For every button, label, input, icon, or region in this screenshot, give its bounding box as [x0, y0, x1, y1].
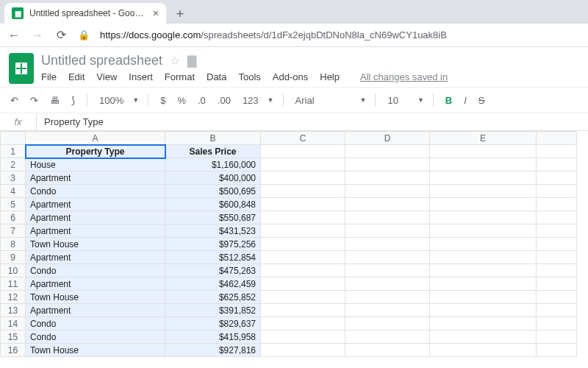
redo-button[interactable]: ↷ [27, 93, 41, 107]
italic-button[interactable]: I [461, 93, 470, 107]
cell-C14[interactable] [261, 317, 345, 330]
cell-C12[interactable] [261, 291, 345, 304]
print-button[interactable]: 🖶 [47, 93, 62, 107]
cell-C15[interactable] [261, 330, 345, 344]
cell-C2[interactable] [261, 158, 345, 171]
cell-C3[interactable] [261, 171, 345, 185]
cell-B8[interactable]: $975,256 [165, 238, 261, 251]
cell-E13[interactable] [430, 304, 537, 317]
row-header-16[interactable]: 16 [1, 344, 26, 357]
cell-A10[interactable]: Condo [26, 264, 165, 277]
menu-view[interactable]: View [96, 71, 117, 82]
cell-D13[interactable] [345, 304, 430, 317]
zoom-select[interactable]: 100% [96, 93, 126, 107]
back-button[interactable]: ← [7, 29, 21, 42]
star-icon[interactable]: ☆ [170, 54, 180, 68]
cell-E9[interactable] [430, 251, 537, 264]
cell-A1[interactable]: Property Type [26, 145, 165, 158]
cell-A4[interactable]: Condo [26, 185, 165, 198]
cell-A12[interactable]: Town House [26, 291, 165, 304]
col-header-E[interactable]: E [430, 132, 537, 145]
menu-help[interactable]: Help [320, 71, 340, 82]
cell-extra15[interactable] [537, 330, 577, 344]
cell-C5[interactable] [261, 198, 345, 211]
cell-extra5[interactable] [537, 198, 577, 211]
cell-D3[interactable] [345, 171, 430, 185]
cell-B3[interactable]: $400,000 [165, 171, 261, 185]
cell-extra6[interactable] [537, 211, 577, 224]
cell-B2[interactable]: $1,160,000 [165, 158, 261, 171]
cell-C13[interactable] [261, 304, 345, 317]
cell-A8[interactable]: Town House [26, 238, 165, 251]
col-header-B[interactable]: B [165, 132, 261, 145]
move-folder-icon[interactable]: ▇ [187, 54, 196, 68]
cell-D9[interactable] [345, 251, 430, 264]
cell-extra12[interactable] [537, 291, 577, 304]
row-header-5[interactable]: 5 [1, 198, 26, 211]
new-tab-button[interactable]: + [171, 4, 190, 24]
forward-button[interactable]: → [31, 29, 44, 42]
menu-tools[interactable]: Tools [238, 71, 260, 82]
cell-B16[interactable]: $927,816 [165, 344, 261, 357]
row-header-7[interactable]: 7 [1, 224, 26, 238]
col-header-C[interactable]: C [261, 132, 345, 145]
cell-D2[interactable] [345, 158, 430, 171]
row-header-15[interactable]: 15 [1, 330, 26, 344]
cell-D6[interactable] [345, 211, 430, 224]
cell-A5[interactable]: Apartment [26, 198, 165, 211]
cell-E4[interactable] [430, 185, 537, 198]
row-header-2[interactable]: 2 [1, 158, 26, 171]
strike-button[interactable]: S [476, 93, 488, 107]
cell-B5[interactable]: $600,848 [165, 198, 261, 211]
menu-insert[interactable]: Insert [129, 71, 153, 82]
cell-D16[interactable] [345, 344, 430, 357]
row-header-4[interactable]: 4 [1, 185, 26, 198]
cell-B9[interactable]: $512,854 [165, 251, 261, 264]
cell-E10[interactable] [430, 264, 537, 277]
row-header-12[interactable]: 12 [1, 291, 26, 304]
cell-extra13[interactable] [537, 304, 577, 317]
cell-A15[interactable]: Condo [26, 330, 165, 344]
row-header-3[interactable]: 3 [1, 171, 26, 185]
cell-extra8[interactable] [537, 238, 577, 251]
row-header-10[interactable]: 10 [1, 264, 26, 277]
cell-E1[interactable] [430, 145, 537, 158]
formula-input[interactable]: Property Type [37, 116, 104, 127]
cell-B15[interactable]: $415,958 [165, 330, 261, 344]
row-header-1[interactable]: 1 [1, 145, 26, 158]
cell-A11[interactable]: Apartment [26, 277, 165, 291]
cell-B14[interactable]: $829,637 [165, 317, 261, 330]
row-header-11[interactable]: 11 [1, 277, 26, 291]
cell-C7[interactable] [261, 224, 345, 238]
cell-D10[interactable] [345, 264, 430, 277]
cell-E14[interactable] [430, 317, 537, 330]
cell-C6[interactable] [261, 211, 345, 224]
cell-B4[interactable]: $500,695 [165, 185, 261, 198]
cell-B1[interactable]: Sales Price [165, 145, 261, 158]
cell-extra9[interactable] [537, 251, 577, 264]
cell-A2[interactable]: House [26, 158, 165, 171]
paint-format-button[interactable]: ⟆ [68, 93, 78, 107]
undo-button[interactable]: ↶ [7, 93, 21, 107]
cell-extra2[interactable] [537, 158, 577, 171]
cell-D8[interactable] [345, 238, 430, 251]
cell-extra16[interactable] [537, 344, 577, 357]
select-all-cell[interactable] [1, 132, 26, 145]
decrease-decimal-button[interactable]: .0 [195, 93, 209, 107]
increase-decimal-button[interactable]: .00 [215, 93, 234, 107]
cell-A16[interactable]: Town House [26, 344, 165, 357]
doc-title[interactable]: Untitled spreadsheet [41, 53, 162, 68]
sheets-logo[interactable] [9, 53, 34, 84]
cell-extra10[interactable] [537, 264, 577, 277]
bold-button[interactable]: B [442, 93, 455, 107]
row-header-6[interactable]: 6 [1, 211, 26, 224]
menu-edit[interactable]: Edit [68, 71, 85, 82]
cell-E11[interactable] [430, 277, 537, 291]
cell-extra4[interactable] [537, 185, 577, 198]
cell-E15[interactable] [430, 330, 537, 344]
cell-C8[interactable] [261, 238, 345, 251]
menu-addons[interactable]: Add-ons [273, 71, 308, 82]
cell-A3[interactable]: Apartment [26, 171, 165, 185]
number-format-select[interactable]: 123 [240, 93, 262, 107]
cell-A7[interactable]: Apartment [26, 224, 165, 238]
